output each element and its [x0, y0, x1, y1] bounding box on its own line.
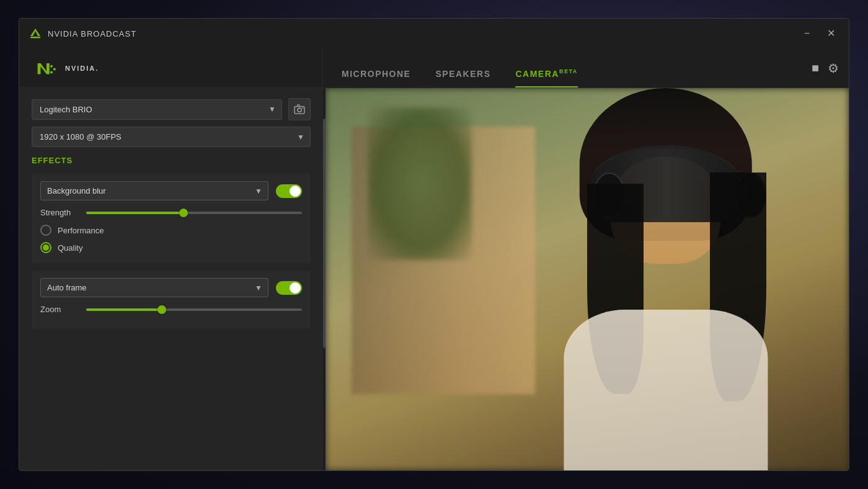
svg-rect-1 — [30, 37, 40, 38]
close-button[interactable]: ✕ — [823, 27, 839, 40]
full-header: NVIDIA. MICROPHONE SPEAKERS CAMERABETA ■… — [19, 48, 849, 88]
minimize-button[interactable]: − — [800, 27, 813, 40]
header-action-section: ■ ⚙ — [802, 48, 849, 87]
svg-marker-0 — [30, 29, 40, 36]
quality-radio-group: Performance Quality — [40, 225, 302, 253]
radio-quality-inner — [43, 244, 49, 251]
video-plant — [368, 107, 472, 260]
auto-frame-toggle[interactable] — [276, 281, 302, 295]
zoom-slider-fill — [86, 308, 162, 311]
nvidia-wordmark: NVIDIA. — [65, 65, 99, 72]
svg-rect-5 — [294, 107, 304, 114]
notifications-icon: ■ — [812, 61, 819, 74]
strength-label: Strength — [40, 208, 78, 217]
left-panel: Logitech BRIO ▼ — [19, 88, 323, 470]
auto-frame-header: Auto frame ▼ — [40, 278, 302, 297]
camera-device-settings-icon — [293, 104, 306, 114]
strength-slider-track[interactable] — [86, 212, 302, 214]
tab-camera[interactable]: CAMERABETA — [515, 68, 577, 87]
svg-point-8 — [302, 107, 303, 109]
header-logo-section: NVIDIA. — [19, 48, 323, 87]
resolution-dropdown[interactable]: 1920 x 1080 @ 30FPS — [32, 127, 311, 147]
main-layout: Logitech BRIO ▼ — [19, 88, 849, 470]
resolution-wrapper: 1920 x 1080 @ 30FPS ▼ — [32, 127, 311, 147]
strength-slider-fill — [86, 212, 184, 214]
nvidia-logo-icon — [32, 53, 61, 83]
strength-slider-thumb[interactable] — [179, 209, 188, 217]
nvidia-text: NVIDIA. — [65, 65, 99, 72]
device-select-group: Logitech BRIO ▼ — [32, 98, 311, 147]
notifications-button[interactable]: ■ — [812, 61, 819, 75]
camera-device-settings-button[interactable] — [288, 98, 311, 120]
background-blur-dropdown[interactable]: Background blur Background removal Backg… — [40, 181, 268, 200]
title-bar: NVIDIA BROADCAST − ✕ — [19, 19, 849, 48]
background-blur-select-wrapper: Background blur Background removal Backg… — [40, 181, 268, 200]
radio-performance-label: Performance — [58, 226, 104, 235]
radio-quality[interactable]: Quality — [40, 242, 302, 253]
header-nav-section: MICROPHONE SPEAKERS CAMERABETA — [323, 48, 802, 87]
app-title: NVIDIA BROADCAST — [48, 29, 136, 38]
radio-performance[interactable]: Performance — [40, 225, 302, 236]
app-window: NVIDIA BROADCAST − ✕ NVIDIA. — [19, 18, 849, 471]
background-blur-card: Background blur Background removal Backg… — [32, 174, 311, 263]
svg-point-4 — [50, 71, 53, 73]
svg-point-6 — [298, 108, 301, 112]
effects-label: EFFECTS — [32, 156, 311, 165]
zoom-slider-row: Zoom — [40, 305, 302, 314]
auto-frame-dropdown[interactable]: Auto frame — [40, 278, 268, 297]
video-body — [564, 310, 768, 470]
background-blur-header: Background blur Background removal Backg… — [40, 181, 302, 200]
panel-scroll-area: Logitech BRIO ▼ — [19, 88, 323, 470]
camera-preview — [326, 88, 849, 470]
auto-frame-select-wrapper: Auto frame ▼ — [40, 278, 268, 297]
camera-beta-badge: BETA — [559, 68, 578, 74]
camera-device-row: Logitech BRIO ▼ — [32, 98, 311, 120]
radio-performance-outer — [40, 225, 51, 236]
app-icon — [29, 27, 42, 40]
svg-point-3 — [53, 68, 56, 70]
svg-rect-7 — [297, 105, 299, 107]
background-blur-toggle[interactable] — [276, 184, 302, 198]
camera-device-wrapper: Logitech BRIO ▼ — [32, 99, 282, 120]
zoom-label: Zoom — [40, 305, 78, 314]
settings-button[interactable]: ⚙ — [828, 61, 839, 76]
zoom-slider-thumb[interactable] — [157, 305, 166, 314]
tab-speakers[interactable]: SPEAKERS — [435, 69, 490, 87]
camera-device-dropdown[interactable]: Logitech BRIO — [32, 99, 282, 120]
video-subject-area — [508, 88, 822, 470]
title-bar-left: NVIDIA BROADCAST — [29, 27, 136, 40]
tab-microphone[interactable]: MICROPHONE — [342, 69, 410, 87]
auto-frame-card: Auto frame ▼ Zoom — [32, 271, 311, 329]
radio-quality-label: Quality — [58, 243, 82, 253]
radio-quality-outer — [40, 242, 51, 253]
resolution-row: 1920 x 1080 @ 30FPS ▼ — [32, 127, 311, 147]
zoom-slider-track[interactable] — [86, 308, 302, 311]
video-panel — [326, 88, 849, 470]
svg-point-2 — [50, 65, 53, 67]
title-bar-controls: − ✕ — [800, 27, 839, 40]
strength-slider-row: Strength — [40, 208, 302, 217]
settings-icon: ⚙ — [828, 61, 839, 75]
